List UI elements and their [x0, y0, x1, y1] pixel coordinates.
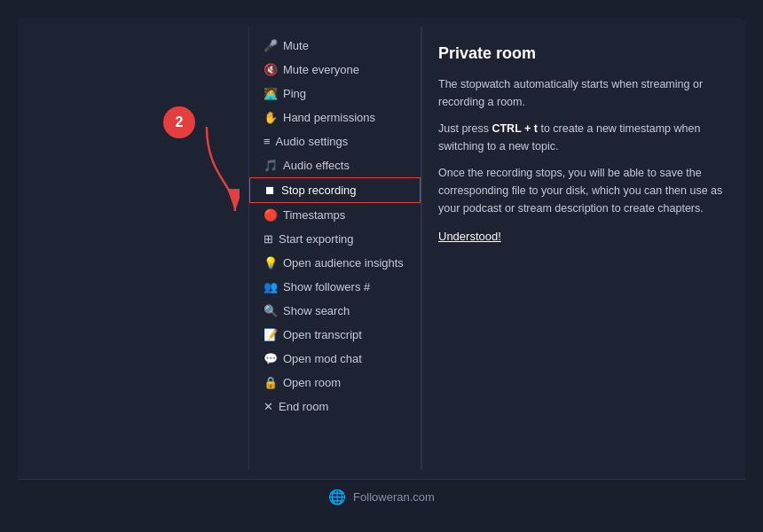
- left-spacer: 2: [18, 27, 248, 470]
- stop-recording-icon: ⏹: [264, 184, 276, 197]
- globe-icon: 🌐: [328, 489, 346, 505]
- hand-permissions-icon: ✋: [264, 111, 278, 124]
- info-panel: Private room The stopwatch automatically…: [421, 27, 745, 470]
- menu-item-end-room[interactable]: ✕End room: [249, 395, 421, 419]
- menu-item-show-followers[interactable]: 👥Show followers #: [249, 275, 421, 299]
- mute-icon: 🎤: [264, 39, 278, 52]
- menu-item-open-transcript[interactable]: 📝Open transcript: [249, 323, 421, 347]
- open-audience-insights-icon: 💡: [264, 256, 278, 270]
- ping-icon: 🧑‍💻: [264, 87, 278, 100]
- open-transcript-label: Open transcript: [283, 328, 362, 341]
- stop-recording-label: Stop recording: [281, 184, 357, 197]
- show-search-label: Show search: [283, 304, 350, 317]
- menu-item-audio-effects[interactable]: 🎵Audio effects: [249, 153, 421, 177]
- audio-effects-icon: 🎵: [264, 159, 278, 172]
- menu-item-audio-settings[interactable]: ≡Audio settings: [249, 129, 421, 153]
- mute-everyone-label: Mute everyone: [283, 63, 359, 76]
- menu-item-show-search[interactable]: 🔍Show search: [249, 299, 421, 323]
- timestamps-label: Timestamps: [283, 208, 345, 222]
- audio-effects-label: Audio effects: [283, 159, 350, 172]
- end-room-label: End room: [279, 400, 328, 413]
- open-audience-insights-label: Open audience insights: [283, 256, 404, 270]
- main-content: 2 🎤Mute🔇Mute everyone🧑‍💻Ping✋Hand permis…: [18, 18, 745, 479]
- open-transcript-icon: 📝: [264, 328, 278, 341]
- info-para-2: Just press CTRL + t to create a new time…: [438, 120, 729, 155]
- show-search-icon: 🔍: [264, 304, 278, 317]
- info-para-1: The stopwatch automatically starts when …: [438, 75, 729, 111]
- menu-item-start-exporting[interactable]: ⊞Start exporting: [249, 227, 421, 251]
- end-room-icon: ✕: [264, 400, 273, 413]
- start-exporting-icon: ⊞: [264, 232, 273, 246]
- audio-settings-icon: ≡: [264, 135, 271, 148]
- mute-everyone-icon: 🔇: [264, 63, 278, 76]
- arrow-icon: [191, 122, 240, 220]
- menu-item-hand-permissions[interactable]: ✋Hand permissions: [249, 106, 421, 129]
- hand-permissions-label: Hand permissions: [283, 111, 375, 124]
- show-followers-icon: 👥: [264, 280, 278, 293]
- open-mod-chat-icon: 💬: [264, 352, 278, 365]
- ping-label: Ping: [283, 87, 306, 100]
- show-followers-label: Show followers #: [283, 280, 370, 293]
- footer-text: Followeran.com: [353, 490, 435, 504]
- menu-item-open-audience-insights[interactable]: 💡Open audience insights: [249, 251, 421, 275]
- menu-item-stop-recording[interactable]: ⏹Stop recording: [249, 177, 421, 203]
- open-room-icon: 🔒: [264, 376, 278, 389]
- footer: 🌐 Followeran.com: [18, 479, 745, 514]
- timestamps-icon: 🔴: [264, 208, 278, 222]
- menu-item-mute[interactable]: 🎤Mute: [249, 34, 421, 58]
- understood-link[interactable]: Understood!: [438, 230, 501, 243]
- info-title: Private room: [438, 44, 729, 63]
- menu-panel: 🎤Mute🔇Mute everyone🧑‍💻Ping✋Hand permissi…: [248, 27, 421, 470]
- screen-container: 2 🎤Mute🔇Mute everyone🧑‍💻Ping✋Hand permis…: [18, 18, 745, 514]
- info-para-3: Once the recording stops, you will be ab…: [438, 164, 729, 217]
- menu-item-open-mod-chat[interactable]: 💬Open mod chat: [249, 347, 421, 371]
- menu-item-timestamps[interactable]: 🔴Timestamps: [249, 203, 421, 227]
- open-room-label: Open room: [283, 376, 341, 389]
- menu-item-ping[interactable]: 🧑‍💻Ping: [249, 82, 421, 106]
- start-exporting-label: Start exporting: [279, 232, 354, 246]
- mute-label: Mute: [283, 39, 309, 52]
- menu-item-open-room[interactable]: 🔒Open room: [249, 371, 421, 395]
- open-mod-chat-label: Open mod chat: [283, 352, 362, 365]
- audio-settings-label: Audio settings: [276, 135, 349, 148]
- menu-item-mute-everyone[interactable]: 🔇Mute everyone: [249, 58, 421, 82]
- step-number: 2: [176, 114, 184, 130]
